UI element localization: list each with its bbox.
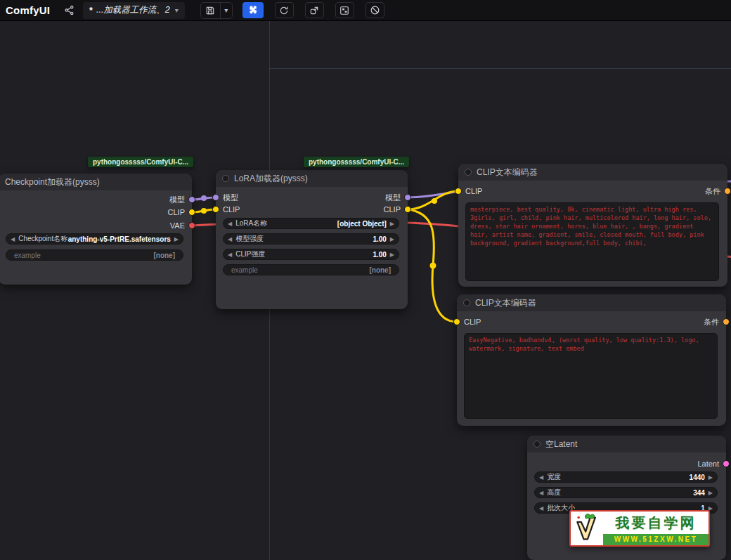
increment-arrow-icon[interactable]: ▶: [390, 252, 394, 258]
output-slot-latent[interactable]: Latent: [697, 459, 730, 469]
widget-clip-strength[interactable]: ◀ CLIP强度 1.00 ▶: [223, 249, 399, 260]
clip-slot-dot[interactable]: [188, 209, 195, 216]
collapse-dot-icon[interactable]: [465, 169, 472, 176]
model-slot-dot[interactable]: [212, 194, 219, 201]
slot-label: 条件: [704, 317, 719, 327]
collapse-dot-icon[interactable]: [463, 299, 470, 306]
export-icon: [309, 6, 319, 15]
node-title: CLIP文本编码器: [477, 167, 538, 178]
increment-arrow-icon[interactable]: ▶: [390, 236, 394, 242]
model-slot-dot[interactable]: [188, 196, 195, 203]
vae-slot-dot[interactable]: [188, 222, 195, 229]
widget-label: LoRA名称: [235, 219, 267, 228]
input-slot-clip[interactable]: CLIP: [212, 204, 240, 214]
input-slot-clip[interactable]: CLIP: [453, 317, 481, 327]
node-title: 空Latent: [545, 438, 577, 450]
widget-example[interactable]: example [none]: [223, 264, 399, 275]
conditioning-slot-dot[interactable]: [723, 318, 730, 325]
watermark-text-block: 我要自学网 WWW.51ZXW.NET: [603, 512, 709, 545]
slot-label: 模型: [169, 195, 185, 205]
share-icon[interactable]: [60, 2, 79, 18]
disable-button[interactable]: [366, 2, 384, 18]
widget-lora-name[interactable]: ◀ LoRA名称 [object Object] ▶: [223, 218, 399, 229]
node-header[interactable]: CLIP文本编码器: [457, 294, 726, 311]
input-slot-clip[interactable]: CLIP: [455, 186, 482, 196]
refresh-button[interactable]: [275, 2, 294, 18]
increment-arrow-icon[interactable]: ▶: [709, 474, 713, 481]
widget-model-strength[interactable]: ◀ 模型强度 1.00 ▶: [223, 233, 399, 245]
decrement-arrow-icon[interactable]: ◀: [11, 236, 15, 242]
minimap-button[interactable]: [335, 2, 354, 18]
slot-label: CLIP: [223, 205, 240, 214]
chevron-down-icon[interactable]: ▾: [175, 6, 179, 14]
top-toolbar: ComfyUI * ...加载器工作流、2 ▾ ▾: [0, 0, 731, 21]
unsaved-marker: *: [89, 6, 93, 15]
widget-label: Checkpoint名称: [18, 234, 67, 244]
app-logo: ComfyUI: [6, 4, 50, 16]
node-checkpoint-loader[interactable]: Checkpoint加载器(pysss) 模型 CLIP VAE ◀ Check…: [0, 174, 192, 285]
latent-slot-dot[interactable]: [723, 460, 730, 467]
widget-example[interactable]: example [none]: [6, 249, 183, 261]
output-slot-conditioning[interactable]: 条件: [705, 186, 731, 196]
prompt-textarea[interactable]: masterpiece, best quality, 8k, cinematic…: [465, 202, 719, 281]
widget-label: 高度: [547, 488, 561, 497]
node-header[interactable]: 空Latent: [527, 436, 726, 452]
node-header[interactable]: Checkpoint加载器(pysss): [0, 174, 192, 190]
node-header[interactable]: LoRA加载器(pysss): [216, 170, 408, 187]
collapse-dot-icon[interactable]: [222, 175, 229, 182]
clip-slot-dot[interactable]: [455, 188, 462, 195]
watermark-title: 我要自学网: [603, 512, 709, 534]
slot-label: VAE: [170, 221, 185, 230]
collapse-dot-icon[interactable]: [533, 441, 541, 448]
node-header[interactable]: CLIP文本编码器: [458, 164, 727, 181]
node-clip-text-encode-negative[interactable]: CLIP文本编码器 CLIP 条件 EasyNegative, badhandv…: [457, 294, 726, 426]
output-slot-model[interactable]: 模型: [385, 193, 411, 202]
node-title: CLIP文本编码器: [475, 297, 536, 309]
conditioning-slot-dot[interactable]: [724, 188, 731, 195]
output-slot-conditioning[interactable]: 条件: [704, 317, 730, 327]
clip-slot-dot[interactable]: [212, 206, 219, 213]
widget-label: example: [231, 266, 258, 274]
increment-arrow-icon[interactable]: ▶: [174, 236, 179, 242]
slot-label: 模型: [385, 193, 401, 203]
node-lora-loader[interactable]: LoRA加载器(pysss) 模型 CLIP 模型 CLIP ◀ LoRA名称 …: [216, 170, 408, 309]
widget-value: 1.00: [373, 235, 386, 243]
prompt-textarea[interactable]: EasyNegative, badhandv4, (worst quality,…: [464, 333, 718, 419]
clip-slot-dot[interactable]: [453, 318, 460, 325]
widget-width[interactable]: ◀ 宽度 1440 ▶: [534, 471, 718, 483]
increment-arrow-icon[interactable]: ▶: [709, 490, 713, 496]
output-slot-clip[interactable]: CLIP: [168, 207, 195, 217]
grid-line: [269, 68, 731, 69]
decrement-arrow-icon[interactable]: ◀: [228, 236, 232, 242]
node-source-badge: pythongosssss/ComfyUI-C...: [304, 157, 409, 167]
widget-value: [object Object]: [337, 220, 387, 228]
slot-label: 模型: [223, 193, 238, 203]
widget-value: 1440: [690, 474, 705, 481]
output-slot-clip[interactable]: CLIP: [384, 204, 411, 214]
extensions-button[interactable]: [242, 2, 264, 18]
decrement-arrow-icon[interactable]: ◀: [539, 505, 543, 512]
widget-checkpoint-name[interactable]: ◀ Checkpoint名称 anything-v5-PrtRE.safeten…: [6, 233, 183, 245]
disable-circle-icon: [370, 5, 380, 15]
widget-value: 1.00: [373, 251, 386, 259]
node-title: LoRA加载器(pysss): [234, 173, 308, 185]
decrement-arrow-icon[interactable]: ◀: [539, 474, 543, 481]
clip-slot-dot[interactable]: [404, 206, 411, 213]
save-button[interactable]: [201, 3, 220, 18]
widget-height[interactable]: ◀ 高度 344 ▶: [534, 487, 718, 498]
widget-label: 模型强度: [235, 234, 264, 244]
output-slot-vae[interactable]: VAE: [170, 221, 195, 230]
watermark-site: WWW.51ZXW.NET: [603, 534, 709, 545]
decrement-arrow-icon[interactable]: ◀: [539, 490, 543, 496]
increment-arrow-icon[interactable]: ▶: [390, 221, 394, 227]
decrement-arrow-icon[interactable]: ◀: [228, 252, 232, 258]
node-clip-text-encode-positive[interactable]: CLIP文本编码器 CLIP 条件 masterpiece, best qual…: [458, 164, 727, 287]
workflow-tab[interactable]: * ...加载器工作流、2 ▾: [83, 2, 185, 19]
model-slot-dot[interactable]: [404, 194, 411, 201]
output-slot-model[interactable]: 模型: [169, 195, 195, 204]
slot-label: 条件: [705, 186, 720, 197]
save-menu-chevron-icon[interactable]: ▾: [221, 3, 232, 18]
export-button[interactable]: [305, 2, 324, 18]
input-slot-model[interactable]: 模型: [212, 193, 238, 202]
decrement-arrow-icon[interactable]: ◀: [228, 221, 232, 227]
